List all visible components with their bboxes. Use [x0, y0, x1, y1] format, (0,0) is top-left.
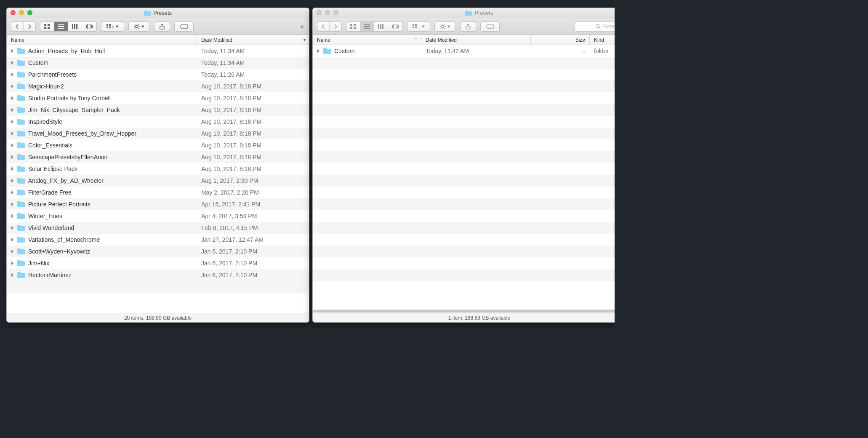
column-header-name[interactable]: Name ⌃ [313, 35, 421, 45]
table-row[interactable]: CustomToday, 11:42 AM--folder [313, 45, 615, 57]
window-title-text: Presets [474, 10, 493, 16]
disclosure-triangle-icon[interactable] [11, 214, 14, 218]
table-row[interactable]: Solar Eclipse PackAug 10, 2017, 8:18 PM [7, 163, 309, 175]
table-row[interactable]: Hector+MartinezJan 6, 2017, 2:10 PM [7, 269, 309, 281]
disclosure-triangle-icon[interactable] [11, 226, 14, 230]
disclosure-triangle-icon[interactable] [11, 84, 14, 88]
list-view-button[interactable] [54, 22, 68, 31]
share-button[interactable] [154, 21, 170, 32]
table-row[interactable]: Studio Portraits by Tony CorbellAug 10, … [7, 92, 309, 104]
table-row[interactable]: Jim+NixJan 6, 2017, 2:10 PM [7, 257, 309, 269]
action-button[interactable]: ▾ [434, 21, 456, 32]
folder-icon [17, 190, 25, 195]
table-row[interactable]: Winter_HuesApr 4, 2017, 3:59 PM [7, 210, 309, 222]
folder-icon [17, 60, 25, 66]
icon-view-button[interactable] [346, 22, 360, 31]
titlebar[interactable]: Presets [313, 8, 615, 18]
arrange-button[interactable]: ▾ [407, 21, 430, 32]
column-header-date[interactable]: Date Modified ▾ [197, 35, 309, 45]
action-button[interactable]: ▾ [128, 21, 150, 32]
disclosure-triangle-icon[interactable] [11, 143, 14, 147]
table-row[interactable]: Color_EssentialsAug 10, 2017, 8:18 PM [7, 139, 309, 151]
coverflow-view-button[interactable] [82, 22, 96, 31]
disclosure-triangle-icon[interactable] [11, 131, 14, 136]
scrollbar-thumb[interactable] [313, 310, 615, 312]
disclosure-triangle-icon[interactable] [11, 190, 14, 195]
search-placeholder: Search [603, 23, 615, 29]
disclosure-triangle-icon[interactable] [11, 120, 14, 124]
disclosure-triangle-icon[interactable] [11, 61, 14, 65]
table-row[interactable]: Action_Presets_by_Rob_HullToday, 11:34 A… [7, 45, 309, 57]
table-row[interactable]: SeascapePresetsbyEllenAnonAug 10, 2017, … [7, 151, 309, 163]
column-headers: Name Date Modified ▾ [7, 35, 309, 45]
file-size: -- [582, 48, 586, 54]
disclosure-triangle-icon[interactable] [11, 249, 14, 254]
toolbar-overflow-icon[interactable]: » [300, 23, 304, 30]
disclosure-triangle-icon[interactable] [11, 167, 14, 171]
forward-button[interactable] [330, 22, 341, 31]
horizontal-scrollbar[interactable] [313, 309, 615, 313]
folder-icon [17, 178, 25, 184]
zoom-button[interactable] [333, 10, 338, 15]
disclosure-triangle-icon[interactable] [11, 155, 14, 159]
arrange-button[interactable]: ▾ [101, 21, 124, 32]
column-header-kind[interactable]: Kind [590, 35, 615, 45]
svg-rect-35 [380, 24, 381, 29]
table-row [313, 69, 615, 80]
back-button[interactable] [317, 22, 330, 31]
svg-rect-1 [48, 24, 50, 26]
svg-rect-14 [109, 24, 111, 26]
file-name: Vivid Wonderland [28, 224, 74, 231]
minimize-button[interactable] [19, 10, 24, 15]
minimize-button[interactable] [325, 10, 330, 15]
table-row[interactable]: Vivid WonderlandFeb 8, 2017, 4:15 PM [7, 222, 309, 234]
search-input[interactable]: Search [575, 21, 615, 32]
back-button[interactable] [11, 22, 24, 31]
table-row [313, 104, 615, 116]
disclosure-triangle-icon[interactable] [11, 273, 14, 277]
tags-button[interactable] [174, 21, 194, 32]
table-row[interactable]: CustomToday, 11:34 AM [7, 57, 309, 69]
forward-button[interactable] [24, 22, 35, 31]
zoom-button[interactable] [27, 10, 32, 15]
column-header-size[interactable]: Size [531, 35, 590, 45]
disclosure-triangle-icon[interactable] [11, 179, 14, 183]
list-view-button[interactable] [360, 22, 374, 31]
titlebar[interactable]: Presets [7, 8, 309, 18]
table-row[interactable]: Travel_Mood_Presees_by_Drew_HopperAug 10… [7, 128, 309, 139]
disclosure-triangle-icon[interactable] [317, 49, 320, 53]
column-view-button[interactable] [374, 22, 388, 31]
table-row[interactable]: FilterGrade FreeMay 2, 2017, 2:20 PM [7, 187, 309, 198]
table-row[interactable]: Variations_of_MonochromeJan 27, 2017, 12… [7, 234, 309, 246]
disclosure-triangle-icon[interactable] [11, 108, 14, 112]
file-list[interactable]: CustomToday, 11:42 AM--folder [313, 45, 615, 309]
disclosure-triangle-icon[interactable] [11, 261, 14, 265]
table-row[interactable]: Scott+Wyden+KyvowitzJan 6, 2017, 2:10 PM [7, 246, 309, 257]
disclosure-triangle-icon[interactable] [11, 96, 14, 100]
disclosure-triangle-icon[interactable] [11, 49, 14, 53]
icon-view-button[interactable] [40, 22, 54, 31]
table-row[interactable]: Jim_Nix_Cityscape_Sampler_PackAug 10, 20… [7, 104, 309, 116]
disclosure-triangle-icon[interactable] [11, 72, 14, 77]
table-row[interactable]: Magic-Hour-2Aug 10, 2017, 8:18 PM [7, 80, 309, 92]
close-button[interactable] [11, 10, 16, 15]
file-list[interactable]: Action_Presets_by_Rob_HullToday, 11:34 A… [7, 45, 309, 313]
column-view-button[interactable] [68, 22, 82, 31]
disclosure-triangle-icon[interactable] [11, 238, 14, 242]
svg-rect-27 [350, 24, 352, 26]
close-button[interactable] [317, 10, 322, 15]
window-controls [11, 10, 32, 15]
share-button[interactable] [460, 21, 476, 32]
table-row[interactable]: Picture Perfect PortraitsApr 16, 2017, 2… [7, 198, 309, 210]
column-header-name[interactable]: Name [7, 35, 197, 45]
tags-button[interactable] [480, 21, 500, 32]
table-row[interactable]: InspiredStyleAug 10, 2017, 8:18 PM [7, 116, 309, 128]
column-header-date[interactable]: Date Modified [421, 35, 531, 45]
table-row[interactable]: ParchmentPresetsToday, 11:26 AM [7, 69, 309, 80]
coverflow-view-button[interactable] [388, 22, 402, 31]
table-row[interactable]: Analog_FX_by_AD_WheelerAug 1, 2017, 2:30… [7, 175, 309, 187]
disclosure-triangle-icon[interactable] [11, 202, 14, 206]
file-name: Studio Portraits by Tony Corbell [28, 95, 111, 101]
svg-rect-15 [107, 27, 108, 28]
svg-rect-42 [413, 27, 414, 28]
